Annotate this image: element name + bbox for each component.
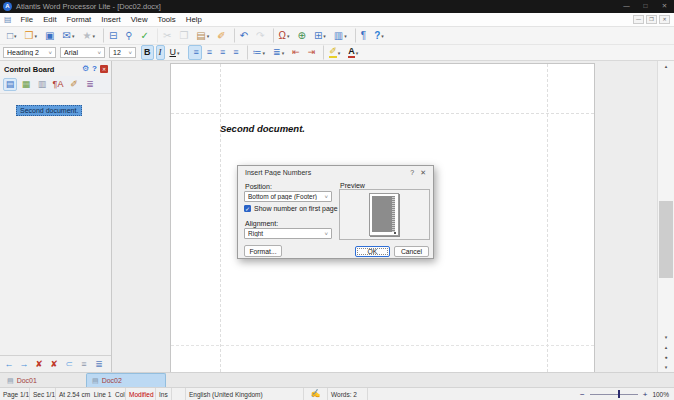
menu-format[interactable]: Format: [62, 13, 97, 26]
menu-tools[interactable]: Tools: [153, 13, 181, 26]
minimize-button[interactable]: —: [617, 0, 636, 13]
justify-button[interactable]: ≡: [230, 45, 241, 60]
alignment-combo[interactable]: Right ˅: [244, 228, 332, 239]
dropdown-arrow-icon: ▾: [338, 50, 341, 56]
clear-formatting-button[interactable]: ✐: [214, 28, 228, 43]
cb-collapse-button[interactable]: ⊂: [62, 358, 76, 371]
columns-button[interactable]: ▥▾: [331, 28, 350, 43]
bullet-list-button[interactable]: ≔▾: [247, 45, 269, 60]
document-system-icon[interactable]: ▤: [0, 16, 16, 24]
cancel-button[interactable]: Cancel: [394, 246, 429, 257]
bold-button[interactable]: B: [141, 45, 154, 60]
cb-list-button[interactable]: ≡: [77, 358, 91, 371]
tab-doc02[interactable]: ▤ Doc02: [86, 373, 166, 387]
align-center-button[interactable]: ≡: [204, 45, 215, 60]
table-button[interactable]: ⊞▾: [311, 28, 329, 43]
maximize-button[interactable]: □: [636, 0, 655, 13]
menu-help[interactable]: Help: [181, 13, 207, 26]
increase-indent-button[interactable]: ⇥: [305, 45, 319, 60]
help-icon[interactable]: ?: [92, 65, 97, 73]
scrollbar-thumb[interactable]: [659, 201, 673, 278]
status-word-count[interactable]: Words: 2: [328, 388, 368, 400]
zoom-out-button[interactable]: −: [580, 390, 585, 399]
underline-button[interactable]: U▾: [167, 45, 183, 60]
position-combo[interactable]: Bottom of page (Footer) ˅: [244, 191, 332, 202]
ok-button[interactable]: OK: [355, 246, 390, 257]
cb-delete-all-button[interactable]: ✘: [47, 358, 61, 371]
menu-edit[interactable]: Edit: [38, 13, 61, 26]
broom-icon: ✐: [217, 31, 225, 41]
cb-delete-button[interactable]: ✘: [32, 358, 46, 371]
highlight-button[interactable]: ✐▾: [323, 45, 343, 60]
cb-books-tab[interactable]: ≣: [83, 78, 97, 91]
show-number-checkbox[interactable]: ✓: [244, 205, 251, 212]
scroll-up-button[interactable]: ▴: [658, 61, 674, 72]
cb-images-tab[interactable]: ✐: [67, 78, 81, 91]
menu-view[interactable]: View: [126, 13, 153, 26]
mdi-restore-button[interactable]: ❐: [646, 15, 657, 24]
decrease-indent-button[interactable]: ⇤: [289, 45, 303, 60]
close-icon[interactable]: ✕: [100, 65, 108, 73]
previous-page-button[interactable]: ▴: [658, 342, 674, 352]
style-combo-value: Heading 2: [7, 49, 46, 56]
print-preview-button[interactable]: ⚲: [122, 28, 135, 43]
font-size-combo[interactable]: 12 ˅: [109, 47, 136, 58]
status-language[interactable]: English (United Kingdom): [186, 388, 304, 400]
cb-autocorrect-tab[interactable]: ¶A: [51, 78, 65, 91]
left-margin-guide: [220, 64, 221, 372]
numbered-list-button[interactable]: ≣▾: [270, 45, 287, 60]
spellcheck-button[interactable]: ✓: [138, 28, 152, 43]
next-page-button[interactable]: ▾: [658, 362, 674, 372]
dialog-help-icon[interactable]: ?: [410, 169, 414, 176]
details-view-icon: ≣: [95, 360, 103, 369]
hyperlink-button[interactable]: ⊕: [295, 28, 309, 43]
outline-item-selected[interactable]: Second document.: [16, 105, 82, 116]
browse-object-button[interactable]: ●: [658, 352, 674, 362]
new-document-button[interactable]: □▾: [4, 28, 20, 43]
show-number-checkbox-label[interactable]: Show number on first page: [254, 205, 338, 212]
open-button[interactable]: ❐▾: [22, 28, 40, 43]
zoom-slider-thumb[interactable]: [618, 390, 620, 398]
gear-icon[interactable]: ⚙: [82, 65, 89, 73]
vertical-scrollbar[interactable]: ▴ ▾ ▴ ● ▾: [657, 61, 674, 372]
special-character-button[interactable]: Ω▾: [273, 28, 293, 43]
cb-forward-button[interactable]: →: [17, 358, 31, 371]
zoom-in-button[interactable]: +: [643, 390, 648, 399]
undo-button[interactable]: ↶: [234, 28, 251, 43]
close-button[interactable]: ✕: [655, 0, 674, 13]
mdi-close-button[interactable]: ✕: [659, 15, 670, 24]
scroll-down-button[interactable]: ▾: [658, 332, 674, 342]
save-button[interactable]: ▣: [42, 28, 57, 43]
cb-styles-tab[interactable]: ▦: [19, 78, 33, 91]
cb-contents-tab[interactable]: ▤: [3, 78, 17, 91]
menu-file[interactable]: File: [16, 13, 39, 26]
style-combo[interactable]: Heading 2 ˅: [3, 47, 56, 58]
tab-doc01[interactable]: ▤ Doc01: [2, 373, 86, 387]
cb-details-button[interactable]: ≣: [92, 358, 106, 371]
print-button[interactable]: ⊟: [103, 28, 120, 43]
font-combo[interactable]: Arial ˅: [60, 47, 105, 58]
preview-page-body: [372, 196, 392, 232]
favorites-button[interactable]: ★▾: [79, 28, 97, 43]
cb-clipboard-tab[interactable]: ▥: [35, 78, 49, 91]
align-right-button[interactable]: ≡: [217, 45, 228, 60]
document-heading-text[interactable]: Second document.: [220, 123, 305, 134]
format-button[interactable]: Format...: [244, 245, 282, 257]
italic-button[interactable]: I: [156, 45, 165, 60]
zoom-slider[interactable]: [590, 394, 638, 395]
email-button[interactable]: ✉▾: [60, 28, 78, 43]
status-section: Sec 1/1: [30, 388, 56, 400]
font-color-button[interactable]: A▾: [345, 45, 361, 60]
align-left-button[interactable]: ≡: [188, 45, 202, 60]
dialog-close-icon[interactable]: ✕: [420, 169, 426, 177]
mdi-minimize-button[interactable]: —: [633, 15, 644, 24]
paste-button[interactable]: ▤▾: [193, 28, 212, 43]
document-tabbar: ▤ Doc01 ▤ Doc02: [0, 372, 674, 387]
status-insert-mode[interactable]: Ins: [156, 388, 172, 400]
help-button[interactable]: ?▾: [371, 28, 387, 43]
cb-back-button[interactable]: ←: [2, 358, 16, 371]
scrollbar-track[interactable]: [658, 72, 674, 332]
chevron-down-icon: ˅: [48, 50, 52, 56]
formatting-marks-button[interactable]: ¶: [355, 28, 369, 43]
menu-insert[interactable]: Insert: [96, 13, 126, 26]
